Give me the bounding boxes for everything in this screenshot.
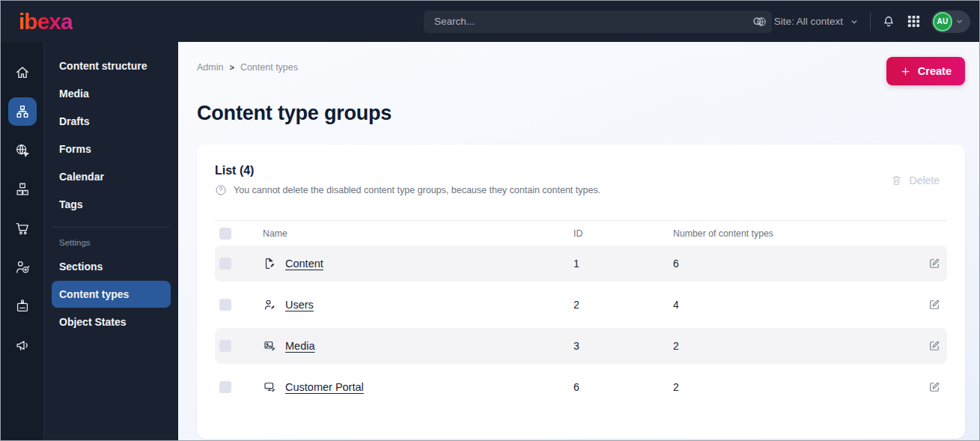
globe-cursor-icon[interactable] [8, 136, 37, 165]
site-context-selector[interactable]: Site: All context [755, 15, 859, 28]
content-type-groups-table: Name ID Number of content types Content [215, 220, 947, 405]
site-context-label: Site: All context [774, 16, 843, 27]
image-edit-icon [263, 339, 276, 353]
table-header: Name ID Number of content types [215, 220, 947, 246]
plus-icon [900, 66, 911, 77]
sidebar-item-forms[interactable]: Forms [52, 136, 171, 162]
sidebar-item-sections[interactable]: Sections [52, 253, 171, 280]
sidebar-item-object-states[interactable]: Object States [52, 308, 171, 335]
person-target-icon[interactable] [8, 253, 37, 282]
topbar-divider [870, 12, 871, 31]
group-id: 6 [573, 381, 673, 393]
row-checkbox[interactable] [219, 381, 231, 393]
chevron-down-icon [849, 16, 859, 27]
group-link-users[interactable]: Users [285, 299, 314, 311]
group-link-customer-portal[interactable]: Customer Portal [285, 381, 364, 393]
ibexa-logo: ibexa [19, 10, 73, 33]
sidebar-item-content-types[interactable]: Content types [52, 281, 171, 308]
sidebar-item-calendar[interactable]: Calendar [52, 163, 171, 190]
select-all-checkbox[interactable] [219, 228, 231, 240]
breadcrumb-separator: > [229, 63, 234, 72]
content-type-groups-panel: List (4) You cannot delete the disabled … [197, 145, 965, 439]
sidebar-item-drafts[interactable]: Drafts [52, 108, 171, 135]
sitemap-icon[interactable] [8, 97, 37, 126]
row-checkbox[interactable] [219, 299, 231, 311]
app-window: ibexa Site: All context [0, 0, 980, 441]
notifications-bell-icon[interactable] [881, 14, 896, 29]
group-count: 2 [673, 340, 907, 352]
group-link-media[interactable]: Media [285, 340, 315, 352]
main-content: Admin > Content types Create Content typ… [178, 42, 979, 440]
topbar: ibexa Site: All context [1, 1, 979, 42]
list-title: List (4) [215, 164, 600, 177]
group-id: 3 [573, 340, 673, 352]
breadcrumb-current: Content types [240, 62, 298, 73]
megaphone-icon[interactable] [8, 331, 37, 359]
sidebar-settings-label: Settings [52, 235, 171, 253]
search-input[interactable] [434, 16, 751, 27]
user-menu[interactable]: AU [931, 10, 970, 33]
group-link-content[interactable]: Content [285, 258, 323, 270]
avatar: AU [933, 12, 952, 31]
edit-button[interactable] [926, 255, 943, 272]
sidebar-item-content-structure[interactable]: Content structure [52, 52, 171, 79]
sidebar-divider [52, 227, 171, 228]
table-row: Customer Portal 6 2 [215, 369, 947, 405]
global-search[interactable] [424, 10, 772, 33]
monitor-edit-icon [263, 380, 276, 394]
group-count: 2 [673, 381, 907, 393]
boxes-icon[interactable] [8, 175, 37, 204]
row-checkbox[interactable] [219, 340, 231, 352]
icon-rail [1, 42, 44, 440]
sidebar-item-tags[interactable]: Tags [52, 191, 171, 218]
user-edit-icon [263, 298, 276, 311]
trash-icon [890, 174, 903, 186]
column-header-name: Name [263, 228, 573, 239]
home-icon[interactable] [8, 58, 37, 87]
group-count: 6 [673, 258, 907, 270]
page-title: Content type groups [197, 102, 965, 125]
question-circle-icon [215, 184, 227, 196]
delete-button[interactable]: Delete [883, 169, 947, 191]
column-header-id: ID [573, 228, 673, 239]
group-id: 1 [573, 258, 673, 270]
delete-button-label: Delete [910, 174, 940, 186]
row-checkbox[interactable] [219, 258, 231, 270]
sidebar: Content structure Media Drafts Forms Cal… [44, 42, 178, 440]
table-row: Media 3 2 [215, 328, 947, 364]
create-button[interactable]: Create [886, 57, 965, 85]
app-grid-icon[interactable] [907, 14, 921, 28]
list-help-text: You cannot delete the disabled content t… [234, 185, 600, 195]
logo-area: ibexa [1, 10, 178, 33]
breadcrumb: Admin > Content types [197, 60, 298, 73]
file-edit-icon [263, 257, 276, 270]
topbar-actions: Site: All context AU [755, 1, 970, 42]
chevron-down-icon [955, 16, 964, 26]
edit-button[interactable] [926, 379, 943, 395]
table-row: Content 1 6 [215, 246, 947, 282]
cart-icon[interactable] [8, 214, 37, 243]
edit-button[interactable] [926, 338, 943, 354]
table-row: Users 2 4 [215, 287, 947, 323]
edit-button[interactable] [926, 296, 943, 313]
badge-icon[interactable] [8, 292, 37, 320]
column-header-count: Number of content types [673, 228, 907, 239]
group-count: 4 [673, 299, 907, 311]
breadcrumb-admin-link[interactable]: Admin [197, 62, 223, 73]
create-button-label: Create [918, 65, 952, 77]
sidebar-item-media[interactable]: Media [52, 80, 171, 107]
globe-icon [755, 15, 768, 28]
group-id: 2 [573, 299, 673, 311]
